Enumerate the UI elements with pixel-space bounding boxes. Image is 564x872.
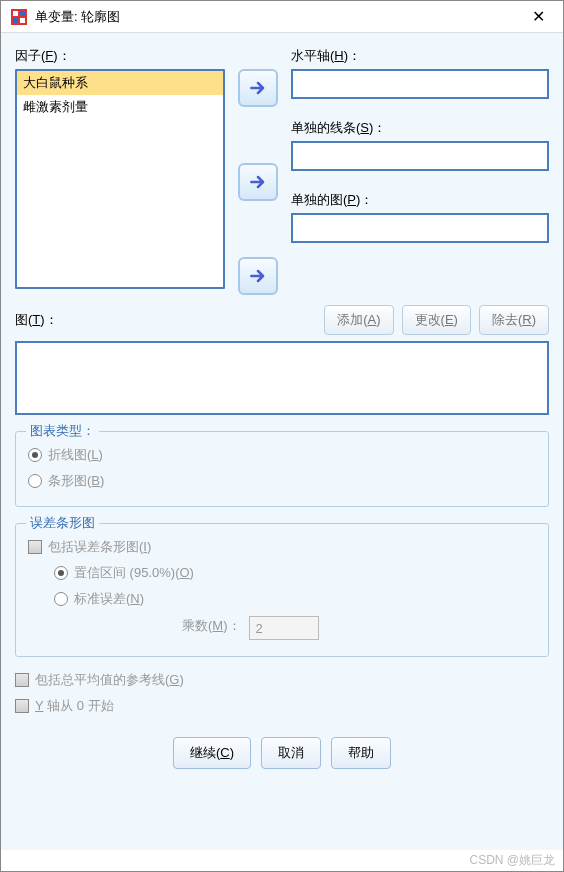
- factors-column: 因子(F)： 大白鼠种系雌激素剂量: [15, 47, 225, 295]
- chart-type-group: 图表类型： 折线图(L) 条形图(B): [15, 431, 549, 507]
- remove-plot-button[interactable]: 除去(R): [479, 305, 549, 335]
- plots-section: 图(T)： 添加(A) 更改(E) 除去(R): [15, 305, 549, 415]
- separate-plots-field: 单独的图(P)：: [291, 191, 549, 243]
- y-from-zero-label: Y 轴从 0 开始: [35, 697, 114, 715]
- app-icon: [11, 9, 27, 25]
- list-item[interactable]: 大白鼠种系: [17, 71, 223, 95]
- horizontal-axis-input[interactable]: [291, 69, 549, 99]
- plots-buttons: 添加(A) 更改(E) 除去(R): [324, 305, 549, 335]
- svg-rect-1: [13, 11, 18, 16]
- error-bars-group: 误差条形图 包括误差条形图(I) 置信区间 (95.0%)(O) 标准误差(N): [15, 523, 549, 657]
- move-to-horizontal-button[interactable]: [238, 69, 278, 107]
- confidence-interval-label: 置信区间 (95.0%)(O): [74, 564, 194, 582]
- standard-error-radio[interactable]: [54, 592, 68, 606]
- line-chart-radio-row: 折线图(L): [28, 442, 536, 468]
- svg-rect-2: [20, 11, 25, 16]
- confidence-interval-row: 置信区间 (95.0%)(O): [54, 560, 536, 586]
- reference-line-row: 包括总平均值的参考线(G): [15, 667, 549, 693]
- line-chart-label: 折线图(L): [48, 446, 103, 464]
- svg-rect-3: [13, 18, 18, 23]
- window-title: 单变量: 轮廓图: [35, 8, 524, 26]
- svg-rect-4: [20, 18, 25, 23]
- move-to-lines-button[interactable]: [238, 163, 278, 201]
- add-plot-button[interactable]: 添加(A): [324, 305, 393, 335]
- include-error-bars-label: 包括误差条形图(I): [48, 538, 151, 556]
- separate-plots-label: 单独的图(P)：: [291, 191, 549, 209]
- factors-label: 因子(F)：: [15, 47, 225, 65]
- extra-options: 包括总平均值的参考线(G) Y 轴从 0 开始: [15, 667, 549, 719]
- move-to-plots-button[interactable]: [238, 257, 278, 295]
- separate-lines-input[interactable]: [291, 141, 549, 171]
- top-row: 因子(F)： 大白鼠种系雌激素剂量 水平轴(H)：: [15, 47, 549, 295]
- dialog-buttons: 继续(C) 取消 帮助: [15, 729, 549, 773]
- separate-lines-field: 单独的线条(S)：: [291, 119, 549, 171]
- multiplier-row: 乘数(M)：: [54, 612, 536, 644]
- multiplier-label: 乘数(M)：: [182, 617, 241, 635]
- arrow-buttons-column: [233, 47, 283, 295]
- bar-chart-radio[interactable]: [28, 474, 42, 488]
- horizontal-axis-field: 水平轴(H)：: [291, 47, 549, 99]
- y-from-zero-checkbox[interactable]: [15, 699, 29, 713]
- confidence-interval-radio[interactable]: [54, 566, 68, 580]
- separate-lines-label: 单独的线条(S)：: [291, 119, 549, 137]
- help-button[interactable]: 帮助: [331, 737, 391, 769]
- y-from-zero-row: Y 轴从 0 开始: [15, 693, 549, 719]
- line-chart-radio[interactable]: [28, 448, 42, 462]
- change-plot-button[interactable]: 更改(E): [402, 305, 471, 335]
- cancel-button[interactable]: 取消: [261, 737, 321, 769]
- separate-plots-input[interactable]: [291, 213, 549, 243]
- plots-listbox[interactable]: [15, 341, 549, 415]
- arrow-right-icon: [248, 78, 268, 98]
- factors-listbox[interactable]: 大白鼠种系雌激素剂量: [15, 69, 225, 289]
- error-bars-legend: 误差条形图: [26, 514, 99, 532]
- bar-chart-label: 条形图(B): [48, 472, 104, 490]
- plots-header-row: 图(T)： 添加(A) 更改(E) 除去(R): [15, 305, 549, 335]
- close-button[interactable]: ✕: [524, 5, 553, 28]
- arrow-right-icon: [248, 172, 268, 192]
- reference-line-label: 包括总平均值的参考线(G): [35, 671, 184, 689]
- include-error-bars-row: 包括误差条形图(I): [28, 534, 536, 560]
- arrow-right-icon: [248, 266, 268, 286]
- chart-type-legend: 图表类型：: [26, 422, 99, 440]
- plots-label: 图(T)：: [15, 311, 58, 329]
- multiplier-input[interactable]: [249, 616, 319, 640]
- continue-button[interactable]: 继续(C): [173, 737, 251, 769]
- bar-chart-radio-row: 条形图(B): [28, 468, 536, 494]
- standard-error-label: 标准误差(N): [74, 590, 144, 608]
- list-item[interactable]: 雌激素剂量: [17, 95, 223, 119]
- dialog-window: 单变量: 轮廓图 ✕ 因子(F)： 大白鼠种系雌激素剂量: [0, 0, 564, 872]
- targets-column: 水平轴(H)： 单独的线条(S)： 单独的图(P)：: [291, 47, 549, 295]
- watermark: CSDN @姚巨龙: [1, 850, 563, 871]
- include-error-bars-checkbox[interactable]: [28, 540, 42, 554]
- titlebar: 单变量: 轮廓图 ✕: [1, 1, 563, 33]
- reference-line-checkbox[interactable]: [15, 673, 29, 687]
- horizontal-axis-label: 水平轴(H)：: [291, 47, 549, 65]
- dialog-body: 因子(F)： 大白鼠种系雌激素剂量 水平轴(H)：: [1, 33, 563, 850]
- standard-error-row: 标准误差(N): [54, 586, 536, 612]
